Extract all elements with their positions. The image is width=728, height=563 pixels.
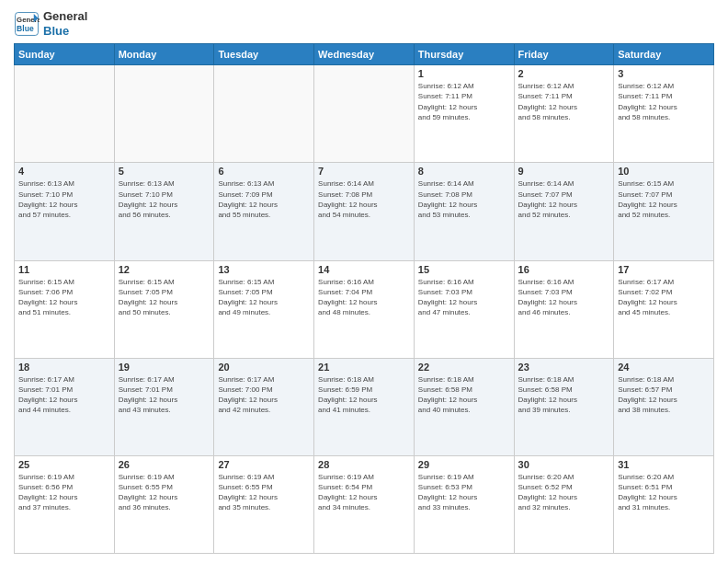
- day-info: Sunrise: 6:17 AMSunset: 7:00 PMDaylight:…: [218, 374, 310, 416]
- day-info: Sunrise: 6:15 AMSunset: 7:07 PMDaylight:…: [618, 178, 710, 220]
- day-info: Sunrise: 6:15 AMSunset: 7:05 PMDaylight:…: [218, 277, 310, 318]
- header-wednesday: Wednesday: [314, 44, 415, 65]
- day-info: Sunrise: 6:14 AMSunset: 7:07 PMDaylight:…: [518, 178, 610, 220]
- day-number: 22: [418, 362, 510, 373]
- day-number: 27: [218, 459, 310, 470]
- day-cell: 1Sunrise: 6:12 AMSunset: 7:11 PMDaylight…: [414, 65, 514, 163]
- page: General Blue General Blue Sunday Monday …: [0, 0, 728, 563]
- day-cell: 24Sunrise: 6:18 AMSunset: 6:57 PMDayligh…: [614, 358, 714, 455]
- day-info: Sunrise: 6:18 AMSunset: 6:59 PMDaylight:…: [318, 374, 410, 416]
- day-number: 26: [119, 459, 210, 470]
- day-cell: [314, 65, 415, 163]
- day-info: Sunrise: 6:16 AMSunset: 7:03 PMDaylight:…: [518, 277, 610, 318]
- header-saturday: Saturday: [614, 44, 714, 65]
- day-number: 2: [518, 68, 610, 79]
- day-info: Sunrise: 6:12 AMSunset: 7:11 PMDaylight:…: [618, 81, 710, 122]
- day-number: 4: [18, 166, 110, 177]
- day-info: Sunrise: 6:19 AMSunset: 6:53 PMDaylight:…: [418, 472, 510, 513]
- day-info: Sunrise: 6:18 AMSunset: 6:57 PMDaylight:…: [618, 374, 710, 416]
- day-cell: 16Sunrise: 6:16 AMSunset: 7:03 PMDayligh…: [514, 260, 614, 358]
- day-cell: 5Sunrise: 6:13 AMSunset: 7:10 PMDaylight…: [114, 163, 214, 260]
- day-cell: [114, 65, 214, 163]
- day-cell: 21Sunrise: 6:18 AMSunset: 6:59 PMDayligh…: [314, 358, 415, 455]
- header-tuesday: Tuesday: [214, 44, 314, 65]
- week-row-5: 25Sunrise: 6:19 AMSunset: 6:56 PMDayligh…: [15, 455, 714, 553]
- day-info: Sunrise: 6:18 AMSunset: 6:58 PMDaylight:…: [518, 374, 610, 416]
- day-cell: 10Sunrise: 6:15 AMSunset: 7:07 PMDayligh…: [614, 163, 714, 260]
- day-info: Sunrise: 6:14 AMSunset: 7:08 PMDaylight:…: [418, 178, 510, 220]
- day-info: Sunrise: 6:17 AMSunset: 7:01 PMDaylight:…: [119, 374, 210, 416]
- day-number: 18: [18, 362, 110, 373]
- day-number: 28: [318, 459, 410, 470]
- day-cell: 15Sunrise: 6:16 AMSunset: 7:03 PMDayligh…: [414, 260, 514, 358]
- logo-icon: General Blue: [14, 11, 40, 37]
- day-number: 23: [518, 362, 610, 373]
- weekday-header-row: Sunday Monday Tuesday Wednesday Thursday…: [15, 44, 714, 65]
- calendar: Sunday Monday Tuesday Wednesday Thursday…: [14, 43, 714, 554]
- day-number: 21: [318, 362, 410, 373]
- day-cell: 7Sunrise: 6:14 AMSunset: 7:08 PMDaylight…: [314, 163, 415, 260]
- header-monday: Monday: [114, 44, 214, 65]
- logo-text: General Blue: [43, 9, 87, 38]
- day-number: 1: [418, 68, 510, 79]
- logo: General Blue General Blue: [14, 9, 87, 38]
- day-number: 10: [618, 166, 710, 177]
- day-cell: 11Sunrise: 6:15 AMSunset: 7:06 PMDayligh…: [15, 260, 115, 358]
- day-info: Sunrise: 6:15 AMSunset: 7:05 PMDaylight:…: [119, 277, 210, 318]
- day-number: 7: [318, 166, 410, 177]
- day-info: Sunrise: 6:17 AMSunset: 7:01 PMDaylight:…: [18, 374, 110, 416]
- day-number: 11: [18, 264, 110, 275]
- header-thursday: Thursday: [414, 44, 514, 65]
- day-number: 17: [618, 264, 710, 275]
- day-number: 19: [119, 362, 210, 373]
- day-cell: 26Sunrise: 6:19 AMSunset: 6:55 PMDayligh…: [114, 455, 214, 553]
- day-cell: 14Sunrise: 6:16 AMSunset: 7:04 PMDayligh…: [314, 260, 415, 358]
- day-cell: 6Sunrise: 6:13 AMSunset: 7:09 PMDaylight…: [214, 163, 314, 260]
- day-info: Sunrise: 6:12 AMSunset: 7:11 PMDaylight:…: [418, 81, 510, 122]
- day-cell: 4Sunrise: 6:13 AMSunset: 7:10 PMDaylight…: [15, 163, 115, 260]
- day-number: 29: [418, 459, 510, 470]
- day-cell: 13Sunrise: 6:15 AMSunset: 7:05 PMDayligh…: [214, 260, 314, 358]
- logo-blue: Blue: [43, 24, 87, 39]
- day-cell: 30Sunrise: 6:20 AMSunset: 6:52 PMDayligh…: [514, 455, 614, 553]
- logo-general: General: [43, 9, 87, 24]
- week-row-3: 11Sunrise: 6:15 AMSunset: 7:06 PMDayligh…: [15, 260, 714, 358]
- day-cell: [214, 65, 314, 163]
- header-friday: Friday: [514, 44, 614, 65]
- week-row-1: 1Sunrise: 6:12 AMSunset: 7:11 PMDaylight…: [15, 65, 714, 163]
- day-info: Sunrise: 6:15 AMSunset: 7:06 PMDaylight:…: [18, 277, 110, 318]
- day-number: 25: [18, 459, 110, 470]
- day-info: Sunrise: 6:19 AMSunset: 6:56 PMDaylight:…: [18, 472, 110, 513]
- day-info: Sunrise: 6:20 AMSunset: 6:51 PMDaylight:…: [618, 472, 710, 513]
- day-number: 16: [518, 264, 610, 275]
- day-info: Sunrise: 6:13 AMSunset: 7:10 PMDaylight:…: [119, 178, 210, 220]
- day-cell: 22Sunrise: 6:18 AMSunset: 6:58 PMDayligh…: [414, 358, 514, 455]
- day-number: 14: [318, 264, 410, 275]
- day-cell: 17Sunrise: 6:17 AMSunset: 7:02 PMDayligh…: [614, 260, 714, 358]
- day-cell: 25Sunrise: 6:19 AMSunset: 6:56 PMDayligh…: [15, 455, 115, 553]
- day-cell: 20Sunrise: 6:17 AMSunset: 7:00 PMDayligh…: [214, 358, 314, 455]
- day-number: 20: [218, 362, 310, 373]
- day-info: Sunrise: 6:13 AMSunset: 7:09 PMDaylight:…: [218, 178, 310, 220]
- day-cell: [15, 65, 115, 163]
- day-cell: 18Sunrise: 6:17 AMSunset: 7:01 PMDayligh…: [15, 358, 115, 455]
- day-info: Sunrise: 6:19 AMSunset: 6:54 PMDaylight:…: [318, 472, 410, 513]
- day-number: 31: [618, 459, 710, 470]
- day-info: Sunrise: 6:16 AMSunset: 7:04 PMDaylight:…: [318, 277, 410, 318]
- day-info: Sunrise: 6:19 AMSunset: 6:55 PMDaylight:…: [218, 472, 310, 513]
- svg-text:Blue: Blue: [17, 23, 34, 32]
- header-sunday: Sunday: [15, 44, 115, 65]
- day-number: 8: [418, 166, 510, 177]
- day-info: Sunrise: 6:20 AMSunset: 6:52 PMDaylight:…: [518, 472, 610, 513]
- day-cell: 12Sunrise: 6:15 AMSunset: 7:05 PMDayligh…: [114, 260, 214, 358]
- day-info: Sunrise: 6:19 AMSunset: 6:55 PMDaylight:…: [119, 472, 210, 513]
- day-number: 13: [218, 264, 310, 275]
- day-number: 24: [618, 362, 710, 373]
- day-number: 3: [618, 68, 710, 79]
- day-number: 30: [518, 459, 610, 470]
- day-info: Sunrise: 6:18 AMSunset: 6:58 PMDaylight:…: [418, 374, 510, 416]
- week-row-4: 18Sunrise: 6:17 AMSunset: 7:01 PMDayligh…: [15, 358, 714, 455]
- week-row-2: 4Sunrise: 6:13 AMSunset: 7:10 PMDaylight…: [15, 163, 714, 260]
- day-cell: 27Sunrise: 6:19 AMSunset: 6:55 PMDayligh…: [214, 455, 314, 553]
- day-number: 5: [119, 166, 210, 177]
